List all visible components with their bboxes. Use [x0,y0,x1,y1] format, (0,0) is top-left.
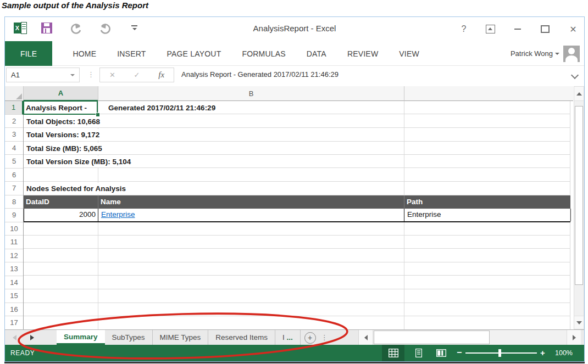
sheet-tab-label: SubTypes [112,333,145,341]
screenshot-root: Sample output of the Analysis Report X [0,0,588,364]
tab-file[interactable]: FILE [5,41,52,66]
name-box[interactable]: A1 [6,68,80,82]
chevron-down-icon[interactable] [70,74,75,76]
tab-view[interactable]: VIEW [389,41,430,66]
scroll-up-icon[interactable] [574,87,584,101]
row-header-14[interactable]: 14 [5,276,23,290]
tab-review[interactable]: REVIEW [337,41,389,66]
sheet-tab-i[interactable]: I ... [275,330,301,345]
cell-text-row-5[interactable]: Total Version Size (MB): 5,104 [25,156,132,167]
user-name: Patrick Wong [511,49,553,58]
excel-window: X AnalysisReport - Excel ? [4,16,585,362]
vertical-scrollbar[interactable] [574,86,584,329]
tab-home[interactable]: HOME [62,41,107,66]
zoom-slider-thumb[interactable] [498,349,501,357]
zoom-out-button[interactable]: − [457,348,462,357]
cell-dataid[interactable]: 2000 [24,209,98,221]
scroll-right-icon[interactable] [567,330,581,345]
sheet-tabs: SummarySubTypesMIME TypesReserved ItemsI… [57,330,328,345]
cell-a1-text[interactable]: Analysis Report - [25,102,88,114]
cell-b1-spill-text[interactable]: Generated 2017/02/11 21:46:29 [107,102,217,114]
row-header-13[interactable]: 13 [5,262,23,276]
cell-path[interactable]: Enterprise [404,209,571,221]
row-header-8[interactable]: 8 [5,195,23,209]
sheet-tab-label: MIME Types [160,333,201,341]
column-header-a[interactable]: A [24,86,98,101]
zoom-in-button[interactable]: + [540,348,545,357]
row-header-6[interactable]: 6 [5,169,23,182]
row-header-15[interactable]: 15 [5,289,23,303]
tab-formulas[interactable]: FORMULAS [231,41,296,66]
cell-text-row-7[interactable]: Nodes Selected for Analysis [25,183,127,194]
row-header-4[interactable]: 4 [5,142,23,155]
cell-text-row-4[interactable]: Total Size (MB): 5,065 [25,143,104,154]
sheet-tab-reserved-items[interactable]: Reserved Items [208,330,275,345]
sheet-tab-summary[interactable]: Summary [57,330,105,345]
cell-text-row-2[interactable]: Total Objects: 10,668 [25,116,102,127]
maximize-button[interactable] [537,17,553,41]
ribbon-tabs: FILEHOMEINSERTPAGE LAYOUTFORMULASDATAREV… [5,41,430,66]
tab-data[interactable]: DATA [296,41,337,66]
sheet-tab-label: Summary [64,333,98,341]
horizontal-scrollbar[interactable] [358,330,580,345]
row-header-17[interactable]: 17 [5,316,23,329]
row-header-10[interactable]: 10 [5,222,23,236]
formula-bar: A1 ⋮ ✕ ✓ fx Analysis Report - Generated … [5,66,584,85]
row-header-12[interactable]: 12 [5,249,23,263]
row-headers: 1234567891011121314151617 [5,101,24,329]
row-header-2[interactable]: 2 [5,115,23,128]
formula-content[interactable]: Analysis Report - Generated 2017/02/11 2… [181,70,339,79]
minimize-button[interactable] [509,17,526,41]
row-header-16[interactable]: 16 [5,303,23,317]
row-header-7[interactable]: 7 [5,182,23,195]
row-header-9[interactable]: 9 [5,209,23,222]
page-layout-view-button[interactable] [411,345,426,361]
sheet-tab-subtypes[interactable]: SubTypes [105,330,153,345]
cell-text-row-3[interactable]: Total Versions: 9,172 [25,129,101,141]
vertical-scrollbar-thumb[interactable] [575,106,583,285]
zoom-level[interactable]: 100% [555,349,579,357]
cells-area[interactable]: Analysis Report - Generated 2017/02/11 2… [24,101,570,329]
cancel-icon[interactable]: ✕ [109,71,115,79]
help-button[interactable]: ? [456,17,472,41]
next-sheet-nav-icon[interactable] [30,335,34,340]
avatar[interactable] [563,46,580,62]
insert-function-icon[interactable]: fx [158,70,164,80]
tab-page-layout[interactable]: PAGE LAYOUT [156,41,231,66]
row-header-11[interactable]: 11 [5,236,23,249]
row-header-1[interactable]: 1 [5,101,23,115]
formula-bar-sizer-icon[interactable]: ⋮ [87,70,95,79]
enter-icon[interactable]: ✓ [134,71,140,79]
column-header-unlabeled[interactable] [404,86,573,101]
user-account-menu[interactable]: Patrick Wong [511,41,580,66]
worksheet-grid: A B 1234567891011121314151617 Analysis R… [5,85,584,329]
enterprise-link[interactable]: Enterprise [101,210,135,219]
ribbon-display-options-button[interactable] [482,17,498,41]
table-header-dataid[interactable]: DataID [26,195,49,209]
cell-name[interactable]: Enterprise [98,209,404,221]
expand-formula-bar-icon[interactable] [571,71,579,79]
first-sheet-nav-icon[interactable] [13,335,16,340]
horizontal-scrollbar-thumb[interactable] [374,331,490,344]
scroll-left-icon[interactable] [359,330,373,345]
select-all-corner[interactable] [5,86,24,101]
title-bar: X AnalysisReport - Excel ? [5,17,584,41]
sheet-tab-bar: SummarySubTypesMIME TypesReserved ItemsI… [5,329,584,345]
table-header-name[interactable]: Name [101,195,121,209]
add-sheet-icon[interactable]: + [304,332,316,344]
table-row[interactable]: 2000 Enterprise Enterprise [24,209,570,222]
table-header-row[interactable]: DataID Name Path [24,195,570,209]
normal-view-button[interactable] [382,345,404,361]
zoom-slider-track[interactable] [465,352,537,354]
tab-bar-sizer-icon[interactable]: ⋮ [321,330,328,345]
page-break-preview-button[interactable] [433,345,449,361]
sheet-tab-label: Reserved Items [215,333,268,341]
row-header-3[interactable]: 3 [5,128,23,142]
row-header-5[interactable]: 5 [5,155,23,169]
scroll-down-icon[interactable] [574,316,584,329]
close-button[interactable]: ✕ [564,17,582,41]
sheet-tab-mime-types[interactable]: MIME Types [153,330,209,345]
column-header-b[interactable]: B [98,86,404,101]
tab-insert[interactable]: INSERT [107,41,156,66]
table-header-path[interactable]: Path [407,195,423,209]
